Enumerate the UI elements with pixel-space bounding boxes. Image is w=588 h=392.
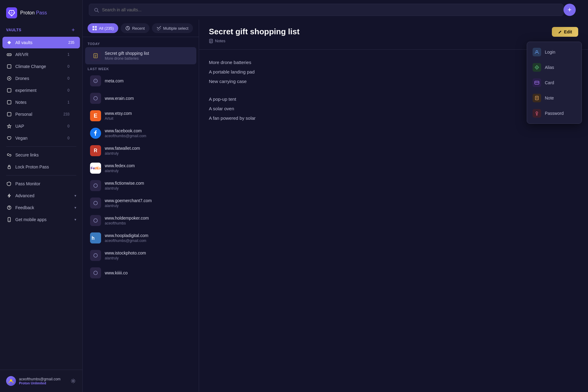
section-today: Today	[83, 40, 199, 47]
edit-button[interactable]: Edit	[552, 27, 578, 37]
list-item-goemerchant[interactable]: www.goemerchant7.com alantruly	[85, 194, 196, 212]
dropdown-login[interactable]: Login	[527, 44, 582, 60]
add-item-button[interactable]: +	[564, 4, 576, 16]
fatwallet-info: www.fatwallet.com alantruly	[105, 146, 191, 156]
login-dropdown-icon	[533, 48, 541, 56]
fedex-title: www.fedex.com	[105, 163, 191, 168]
list-item-facebook[interactable]: www.facebook.com aceofthumbs@gmail.com	[85, 125, 196, 142]
list-item-istock[interactable]: www.istockphoto.com alantruly	[85, 247, 196, 264]
all-button[interactable]: All (235)	[88, 23, 118, 33]
fedex-icon: FedEx	[90, 163, 101, 174]
sidebar-item-all-vaults[interactable]: All vaults 235	[2, 37, 80, 48]
content-line-3: New carrying case	[209, 77, 578, 85]
kiiiii-icon	[90, 267, 101, 278]
svg-rect-22	[92, 26, 94, 28]
sidebar-item-vegan[interactable]: Vegan 0 ⋯	[2, 132, 80, 144]
list-item-erain[interactable]: www.erain.com	[85, 90, 196, 107]
advanced-chevron: ▾	[74, 194, 76, 198]
list-item-fedex[interactable]: FedEx www.fedex.com alantruly	[85, 160, 196, 177]
search-input[interactable]	[102, 7, 558, 12]
multiple-select-button[interactable]: Multiple select	[152, 23, 193, 33]
list-item-meta[interactable]: meta.com	[85, 72, 196, 89]
facebook-sub: aceofthumbs@gmail.com	[105, 134, 191, 138]
personal-count: 233	[63, 112, 70, 116]
content-area: All (235) Recent Multiple select Today	[83, 20, 588, 392]
multiple-select-label: Multiple select	[163, 26, 188, 31]
pass-monitor-label: Pass Monitor	[15, 181, 76, 186]
list-item-fictionwise[interactable]: www.fictionwise.com alantruly	[85, 177, 196, 194]
secure-links-label: Secure links	[15, 153, 76, 157]
climate-label: Climate Change	[15, 64, 67, 69]
facebook-title: www.facebook.com	[105, 128, 191, 133]
sidebar-item-ar-vr[interactable]: AR/VR 1 ⋯	[2, 49, 80, 60]
svg-point-47	[536, 67, 537, 68]
user-info: aceofthumbs@gmail.com Proton Unlimited	[19, 377, 70, 385]
list-item-secret-gift[interactable]: Secret gift shopping list More drone bat…	[85, 47, 196, 64]
dropdown-card[interactable]: Card	[527, 75, 582, 90]
sidebar-item-experiment[interactable]: experiment 0 ⋯	[2, 85, 80, 96]
etsy-title: www.etsy.com	[105, 111, 191, 116]
fictionwise-sub: alantruly	[105, 186, 191, 190]
climate-icon	[6, 63, 12, 70]
svg-rect-2	[7, 54, 11, 56]
sidebar-item-feedback[interactable]: Feedback ▾	[2, 202, 80, 213]
link-icon	[6, 152, 12, 158]
list-item-fatwallet[interactable]: R www.fatwallet.com alantruly	[85, 142, 196, 159]
lock-label: Lock Proton Pass	[15, 164, 76, 169]
fictionwise-title: www.fictionwise.com	[105, 181, 191, 186]
sidebar-item-personal[interactable]: Personal 233 ⋯	[2, 108, 80, 120]
erain-info: www.erain.com	[105, 96, 191, 101]
hoopla-title: www.hoopladigital.com	[105, 233, 191, 238]
goemerchant-sub: alantruly	[105, 204, 191, 208]
items-panel: All (235) Recent Multiple select Today	[83, 20, 199, 392]
svg-point-36	[94, 201, 97, 205]
climate-count: 0	[67, 64, 70, 69]
shield-icon	[6, 181, 12, 187]
content-line-4: A pop-up tent	[209, 95, 578, 103]
notes-vault-count: 1	[67, 100, 70, 104]
list-item-holdem[interactable]: www.holdempoker.com aceofthumbs	[85, 212, 196, 229]
svg-point-19	[73, 380, 74, 382]
ar-vr-icon	[6, 51, 12, 58]
dropdown-password[interactable]: Password	[527, 106, 582, 121]
list-item-hoopla[interactable]: h www.hoopladigital.com aceofthumbs@gmai…	[85, 229, 196, 247]
add-vault-button[interactable]: +	[70, 27, 76, 33]
svg-rect-50	[535, 96, 538, 100]
sidebar-item-secure-links[interactable]: Secure links	[2, 149, 80, 161]
dropdown-note[interactable]: Note	[527, 90, 582, 106]
meta-info: meta.com	[105, 78, 191, 83]
drones-icon	[6, 75, 12, 81]
sidebar-item-uap[interactable]: UAP 0 ⋯	[2, 120, 80, 132]
recent-button[interactable]: Recent	[121, 23, 149, 33]
personal-label: Personal	[15, 112, 63, 117]
fictionwise-icon	[90, 180, 101, 191]
list-item-etsy[interactable]: E www.etsy.com Artuit	[85, 107, 196, 124]
sidebar-item-pass-monitor[interactable]: Pass Monitor	[2, 178, 80, 190]
settings-button[interactable]	[70, 378, 76, 384]
vegan-count: 0	[67, 136, 70, 140]
experiment-icon	[6, 87, 12, 93]
meta-title: meta.com	[105, 78, 191, 83]
svg-rect-23	[95, 26, 97, 28]
detail-title: Secret gift shopping list	[209, 27, 300, 36]
content-line-2: A portable landing pad	[209, 68, 578, 76]
edit-button-label: Edit	[564, 29, 572, 34]
fedex-info: www.fedex.com alantruly	[105, 163, 191, 173]
sidebar: Proton Pass Vaults + All vaults 235 AR/V…	[0, 0, 83, 392]
dropdown-alias[interactable]: Alias	[527, 60, 582, 75]
password-label: Password	[545, 111, 564, 116]
holdem-sub: aceofthumbs	[105, 221, 191, 225]
sidebar-item-notes[interactable]: Notes 1 ⋯	[2, 96, 80, 108]
list-item-kiiiii[interactable]: www.kiiiii.co	[85, 264, 196, 281]
sidebar-item-climate-change[interactable]: Climate Change 0 ⋯	[2, 61, 80, 72]
user-row[interactable]: aceofthumbs@gmail.com Proton Unlimited	[2, 374, 80, 388]
sidebar-item-mobile[interactable]: Get mobile apps ▾	[2, 214, 80, 225]
alias-dropdown-icon	[533, 63, 541, 72]
uap-icon	[6, 123, 12, 129]
sidebar-item-lock[interactable]: Lock Proton Pass	[2, 161, 80, 173]
svg-text:dEx: dEx	[95, 166, 100, 170]
sidebar-item-advanced[interactable]: Advanced ▾	[2, 190, 80, 202]
sidebar-item-drones[interactable]: Drones 0 ⋯	[2, 73, 80, 84]
svg-point-4	[9, 54, 10, 55]
mobile-icon	[6, 217, 12, 223]
